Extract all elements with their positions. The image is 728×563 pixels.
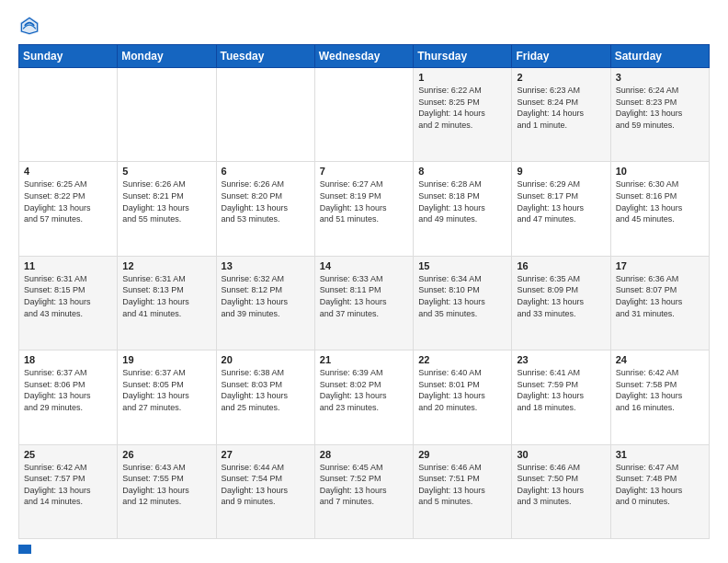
- table-row: 18Sunrise: 6:37 AM Sunset: 8:06 PM Dayli…: [19, 350, 118, 444]
- table-row: 10Sunrise: 6:30 AM Sunset: 8:16 PM Dayli…: [610, 162, 709, 256]
- table-row: 31Sunrise: 6:47 AM Sunset: 7:48 PM Dayli…: [610, 444, 709, 538]
- day-number: 8: [418, 166, 506, 177]
- day-number: 11: [24, 260, 112, 271]
- day-number: 7: [320, 166, 408, 177]
- day-info: Sunrise: 6:36 AM Sunset: 8:07 PM Dayligh…: [616, 273, 704, 319]
- day-info: Sunrise: 6:34 AM Sunset: 8:10 PM Dayligh…: [418, 273, 506, 319]
- day-info: Sunrise: 6:35 AM Sunset: 8:09 PM Dayligh…: [517, 273, 605, 319]
- day-info: Sunrise: 6:42 AM Sunset: 7:58 PM Dayligh…: [616, 367, 704, 413]
- table-row: 20Sunrise: 6:38 AM Sunset: 8:03 PM Dayli…: [216, 350, 314, 444]
- col-friday: Friday: [512, 45, 610, 68]
- day-number: 24: [616, 354, 704, 365]
- day-number: 15: [418, 260, 506, 271]
- table-row: 9Sunrise: 6:29 AM Sunset: 8:17 PM Daylig…: [512, 162, 610, 256]
- day-info: Sunrise: 6:29 AM Sunset: 8:17 PM Dayligh…: [517, 178, 605, 224]
- day-info: Sunrise: 6:23 AM Sunset: 8:24 PM Dayligh…: [517, 85, 605, 131]
- week-row: 18Sunrise: 6:37 AM Sunset: 8:06 PM Dayli…: [19, 350, 710, 444]
- col-tuesday: Tuesday: [216, 45, 314, 68]
- day-number: 18: [24, 354, 112, 365]
- table-row: 1Sunrise: 6:22 AM Sunset: 8:25 PM Daylig…: [414, 68, 512, 162]
- day-info: Sunrise: 6:37 AM Sunset: 8:05 PM Dayligh…: [122, 367, 210, 413]
- day-info: Sunrise: 6:26 AM Sunset: 8:20 PM Dayligh…: [222, 178, 310, 224]
- table-row: [19, 68, 118, 162]
- table-row: 11Sunrise: 6:31 AM Sunset: 8:15 PM Dayli…: [19, 256, 118, 350]
- day-info: Sunrise: 6:45 AM Sunset: 7:52 PM Dayligh…: [320, 462, 408, 508]
- col-wednesday: Wednesday: [314, 45, 413, 68]
- day-info: Sunrise: 6:26 AM Sunset: 8:21 PM Dayligh…: [122, 178, 210, 224]
- day-number: 3: [616, 72, 704, 83]
- day-info: Sunrise: 6:25 AM Sunset: 8:22 PM Dayligh…: [24, 178, 112, 224]
- table-row: 23Sunrise: 6:41 AM Sunset: 7:59 PM Dayli…: [512, 350, 610, 444]
- table-row: 24Sunrise: 6:42 AM Sunset: 7:58 PM Dayli…: [610, 350, 709, 444]
- table-row: 7Sunrise: 6:27 AM Sunset: 8:19 PM Daylig…: [314, 162, 413, 256]
- day-number: 17: [616, 260, 704, 271]
- col-sunday: Sunday: [19, 45, 118, 68]
- table-row: 3Sunrise: 6:24 AM Sunset: 8:23 PM Daylig…: [610, 68, 709, 162]
- table-row: 26Sunrise: 6:43 AM Sunset: 7:55 PM Dayli…: [118, 444, 216, 538]
- table-row: 14Sunrise: 6:33 AM Sunset: 8:11 PM Dayli…: [314, 256, 413, 350]
- day-number: 26: [122, 449, 210, 460]
- table-row: 30Sunrise: 6:46 AM Sunset: 7:50 PM Dayli…: [512, 444, 610, 538]
- day-info: Sunrise: 6:46 AM Sunset: 7:51 PM Dayligh…: [418, 462, 506, 508]
- day-number: 25: [24, 449, 112, 460]
- day-number: 19: [122, 354, 210, 365]
- day-number: 14: [320, 260, 408, 271]
- day-number: 28: [320, 449, 408, 460]
- day-info: Sunrise: 6:27 AM Sunset: 8:19 PM Dayligh…: [320, 178, 408, 224]
- day-number: 6: [222, 166, 310, 177]
- table-row: 13Sunrise: 6:32 AM Sunset: 8:12 PM Dayli…: [216, 256, 314, 350]
- day-info: Sunrise: 6:39 AM Sunset: 8:02 PM Dayligh…: [320, 367, 408, 413]
- day-info: Sunrise: 6:22 AM Sunset: 8:25 PM Dayligh…: [418, 85, 506, 131]
- table-row: 2Sunrise: 6:23 AM Sunset: 8:24 PM Daylig…: [512, 68, 610, 162]
- table-row: 25Sunrise: 6:42 AM Sunset: 7:57 PM Dayli…: [19, 444, 118, 538]
- table-row: 27Sunrise: 6:44 AM Sunset: 7:54 PM Dayli…: [216, 444, 314, 538]
- day-number: 27: [222, 449, 310, 460]
- day-info: Sunrise: 6:42 AM Sunset: 7:57 PM Dayligh…: [24, 462, 112, 508]
- day-info: Sunrise: 6:47 AM Sunset: 7:48 PM Dayligh…: [616, 462, 704, 508]
- svg-marker-0: [20, 17, 40, 36]
- table-row: 28Sunrise: 6:45 AM Sunset: 7:52 PM Dayli…: [314, 444, 413, 538]
- table-row: 6Sunrise: 6:26 AM Sunset: 8:20 PM Daylig…: [216, 162, 314, 256]
- day-info: Sunrise: 6:33 AM Sunset: 8:11 PM Dayligh…: [320, 273, 408, 319]
- day-number: 10: [616, 166, 704, 177]
- table-row: 5Sunrise: 6:26 AM Sunset: 8:21 PM Daylig…: [118, 162, 216, 256]
- day-number: 31: [616, 449, 704, 460]
- day-number: 21: [320, 354, 408, 365]
- day-number: 9: [517, 166, 605, 177]
- day-info: Sunrise: 6:31 AM Sunset: 8:15 PM Dayligh…: [24, 273, 112, 319]
- day-number: 12: [122, 260, 210, 271]
- table-row: [314, 68, 413, 162]
- week-row: 25Sunrise: 6:42 AM Sunset: 7:57 PM Dayli…: [19, 444, 710, 538]
- logo-icon: [18, 15, 40, 37]
- day-number: 5: [122, 166, 210, 177]
- day-info: Sunrise: 6:38 AM Sunset: 8:03 PM Dayligh…: [222, 367, 310, 413]
- table-row: 22Sunrise: 6:40 AM Sunset: 8:01 PM Dayli…: [414, 350, 512, 444]
- table-row: [118, 68, 216, 162]
- week-row: 11Sunrise: 6:31 AM Sunset: 8:15 PM Dayli…: [19, 256, 710, 350]
- col-saturday: Saturday: [610, 45, 709, 68]
- day-number: 29: [418, 449, 506, 460]
- legend-box: [18, 545, 31, 554]
- table-row: 12Sunrise: 6:31 AM Sunset: 8:13 PM Dayli…: [118, 256, 216, 350]
- day-number: 13: [222, 260, 310, 271]
- day-number: 22: [418, 354, 506, 365]
- table-row: [216, 68, 314, 162]
- day-info: Sunrise: 6:40 AM Sunset: 8:01 PM Dayligh…: [418, 367, 506, 413]
- day-info: Sunrise: 6:41 AM Sunset: 7:59 PM Dayligh…: [517, 367, 605, 413]
- day-info: Sunrise: 6:30 AM Sunset: 8:16 PM Dayligh…: [616, 178, 704, 224]
- calendar-table: Sunday Monday Tuesday Wednesday Thursday…: [18, 44, 710, 539]
- day-info: Sunrise: 6:31 AM Sunset: 8:13 PM Dayligh…: [122, 273, 210, 319]
- col-thursday: Thursday: [414, 45, 512, 68]
- logo: [18, 15, 44, 37]
- week-row: 4Sunrise: 6:25 AM Sunset: 8:22 PM Daylig…: [19, 162, 710, 256]
- day-info: Sunrise: 6:24 AM Sunset: 8:23 PM Dayligh…: [616, 85, 704, 131]
- day-number: 4: [24, 166, 112, 177]
- table-row: 4Sunrise: 6:25 AM Sunset: 8:22 PM Daylig…: [19, 162, 118, 256]
- col-monday: Monday: [118, 45, 216, 68]
- day-number: 16: [517, 260, 605, 271]
- page: Sunday Monday Tuesday Wednesday Thursday…: [0, 0, 728, 563]
- day-number: 23: [517, 354, 605, 365]
- table-row: 8Sunrise: 6:28 AM Sunset: 8:18 PM Daylig…: [414, 162, 512, 256]
- day-number: 1: [418, 72, 506, 83]
- day-info: Sunrise: 6:32 AM Sunset: 8:12 PM Dayligh…: [222, 273, 310, 319]
